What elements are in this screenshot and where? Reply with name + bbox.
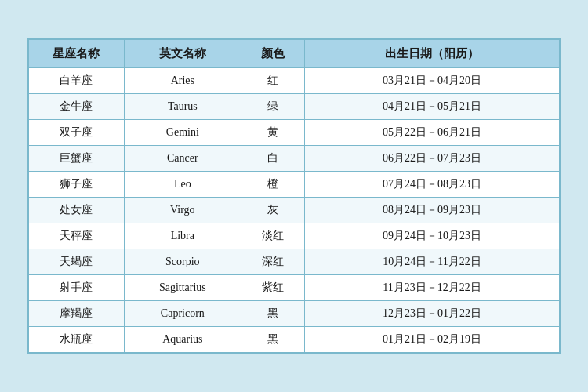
cell-zh: 白羊座 [29, 68, 125, 94]
cell-date: 03月21日－04月20日 [305, 68, 560, 94]
cell-en: Scorpio [124, 249, 241, 275]
table-header-row: 星座名称 英文名称 颜色 出生日期（阳历） [29, 40, 560, 68]
cell-date: 04月21日－05月21日 [305, 94, 560, 120]
cell-en: Sagittarius [124, 275, 241, 301]
table-row: 天秤座Libra淡红09月24日－10月23日 [29, 223, 560, 249]
cell-date: 01月21日－02月19日 [305, 327, 560, 353]
cell-date: 08月24日－09月23日 [305, 198, 560, 223]
table-row: 处女座Virgo灰08月24日－09月23日 [29, 198, 560, 223]
cell-zh: 处女座 [29, 198, 125, 223]
cell-zh: 天蝎座 [29, 249, 125, 275]
table-row: 巨蟹座Cancer白06月22日－07月23日 [29, 146, 560, 172]
cell-color: 橙 [241, 172, 304, 198]
cell-zh: 摩羯座 [29, 301, 125, 327]
cell-date: 05月22日－06月21日 [305, 120, 560, 146]
cell-en: Libra [124, 223, 241, 249]
table-row: 射手座Sagittarius紫红11月23日－12月22日 [29, 275, 560, 301]
cell-en: Cancer [124, 146, 241, 172]
cell-en: Leo [124, 172, 241, 198]
cell-en: Virgo [124, 198, 241, 223]
header-zh: 星座名称 [29, 40, 125, 68]
table-body: 白羊座Aries红03月21日－04月20日金牛座Taurus绿04月21日－0… [29, 68, 560, 353]
cell-en: Aquarius [124, 327, 241, 353]
cell-color: 深红 [241, 249, 304, 275]
cell-zh: 射手座 [29, 275, 125, 301]
cell-date: 11月23日－12月22日 [305, 275, 560, 301]
cell-date: 12月23日－01月22日 [305, 301, 560, 327]
cell-color: 白 [241, 146, 304, 172]
cell-color: 绿 [241, 94, 304, 120]
table-row: 双子座Gemini黄05月22日－06月21日 [29, 120, 560, 146]
zodiac-table-container: 星座名称 英文名称 颜色 出生日期（阳历） 白羊座Aries红03月21日－04… [27, 38, 561, 354]
cell-color: 紫红 [241, 275, 304, 301]
cell-color: 黑 [241, 301, 304, 327]
table-row: 白羊座Aries红03月21日－04月20日 [29, 68, 560, 94]
cell-color: 黑 [241, 327, 304, 353]
zodiac-table: 星座名称 英文名称 颜色 出生日期（阳历） 白羊座Aries红03月21日－04… [28, 39, 560, 353]
table-row: 水瓶座Aquarius黑01月21日－02月19日 [29, 327, 560, 353]
cell-date: 06月22日－07月23日 [305, 146, 560, 172]
cell-zh: 双子座 [29, 120, 125, 146]
table-row: 金牛座Taurus绿04月21日－05月21日 [29, 94, 560, 120]
table-row: 天蝎座Scorpio深红10月24日－11月22日 [29, 249, 560, 275]
table-row: 狮子座Leo橙07月24日－08月23日 [29, 172, 560, 198]
cell-date: 09月24日－10月23日 [305, 223, 560, 249]
header-color: 颜色 [241, 40, 304, 68]
cell-date: 07月24日－08月23日 [305, 172, 560, 198]
cell-zh: 水瓶座 [29, 327, 125, 353]
cell-date: 10月24日－11月22日 [305, 249, 560, 275]
cell-en: Capricorn [124, 301, 241, 327]
header-en: 英文名称 [124, 40, 241, 68]
cell-zh: 金牛座 [29, 94, 125, 120]
cell-color: 灰 [241, 198, 304, 223]
cell-en: Taurus [124, 94, 241, 120]
cell-zh: 狮子座 [29, 172, 125, 198]
cell-color: 淡红 [241, 223, 304, 249]
cell-en: Aries [124, 68, 241, 94]
cell-zh: 天秤座 [29, 223, 125, 249]
cell-color: 红 [241, 68, 304, 94]
cell-color: 黄 [241, 120, 304, 146]
cell-zh: 巨蟹座 [29, 146, 125, 172]
table-row: 摩羯座Capricorn黑12月23日－01月22日 [29, 301, 560, 327]
header-date: 出生日期（阳历） [305, 40, 560, 68]
cell-en: Gemini [124, 120, 241, 146]
